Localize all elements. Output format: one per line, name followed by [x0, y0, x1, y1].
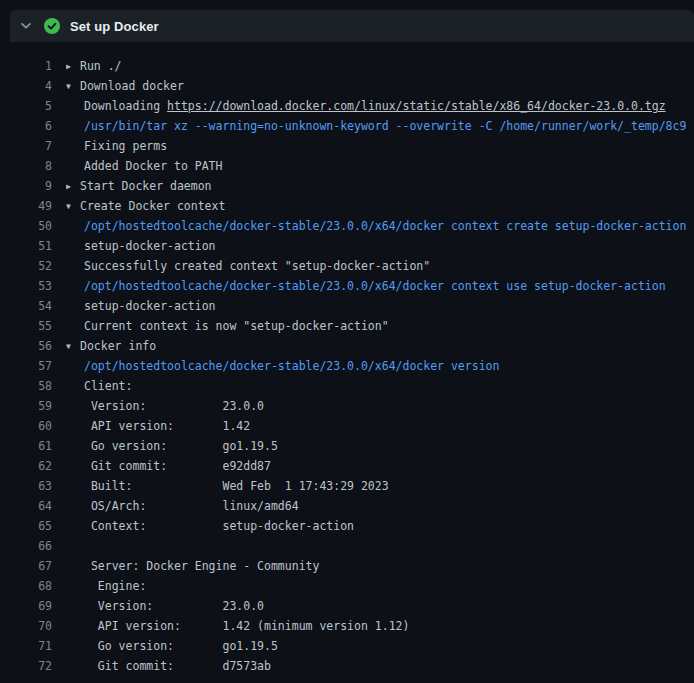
log-line-number[interactable]: 61: [10, 436, 52, 456]
log-line-content: Git commit: d7573ab: [66, 656, 694, 676]
log-line-content: Fixing perms: [66, 136, 694, 156]
log-line-number[interactable]: 52: [10, 256, 52, 276]
log-group-line[interactable]: 9 ▶Start Docker daemon: [10, 176, 694, 196]
log-line-number[interactable]: 62: [10, 456, 52, 476]
log-line-number[interactable]: 59: [10, 396, 52, 416]
log-line-content: /opt/hostedtoolcache/docker-stable/23.0.…: [66, 276, 694, 296]
log-line: 50 /opt/hostedtoolcache/docker-stable/23…: [10, 216, 694, 236]
log-line-number[interactable]: 51: [10, 236, 52, 256]
log-line-number[interactable]: 49: [10, 196, 52, 216]
log-text: Client:: [84, 379, 132, 393]
log-line-number[interactable]: 64: [10, 496, 52, 516]
log-link[interactable]: https://download.docker.com/linux/static…: [167, 99, 666, 113]
log-text: Successfully created context "setup-dock…: [84, 259, 430, 273]
log-line-number[interactable]: 1: [10, 56, 52, 76]
log-line: 5 Downloading https://download.docker.co…: [10, 96, 694, 116]
log-group-line[interactable]: 49 ▼Create Docker context: [10, 196, 694, 216]
log-text: Context: setup-docker-action: [84, 519, 354, 533]
log-group-line[interactable]: 56 ▼Docker info: [10, 336, 694, 356]
step-header[interactable]: Set up Docker: [10, 10, 694, 42]
log-line-content: Client:: [66, 376, 694, 396]
log-text: Version: 23.0.0: [84, 599, 264, 613]
log-line-content: Server: Docker Engine - Community: [66, 556, 694, 576]
log-text: Git commit: d7573ab: [84, 659, 271, 673]
chevron-down-icon[interactable]: [18, 18, 34, 34]
log-text: Docker info: [80, 339, 156, 353]
log-text: Server: Docker Engine - Community: [84, 559, 319, 573]
log-command-text: /opt/hostedtoolcache/docker-stable/23.0.…: [84, 219, 686, 233]
log-text: Downloading: [84, 99, 167, 113]
log-line-content: Built: Wed Feb 1 17:43:29 2023: [66, 476, 694, 496]
log-line: 70 API version: 1.42 (minimum version 1.…: [10, 616, 694, 636]
log-text: API version: 1.42 (minimum version 1.12): [84, 619, 409, 633]
log-line-number[interactable]: 68: [10, 576, 52, 596]
success-check-icon: [44, 18, 60, 34]
log-line-content: Downloading https://download.docker.com/…: [66, 96, 694, 116]
log-line: 67 Server: Docker Engine - Community: [10, 556, 694, 576]
collapse-arrow-icon: ▼: [66, 197, 80, 216]
log-line: 72 Git commit: d7573ab: [10, 656, 694, 676]
expand-arrow-icon: ▶: [66, 57, 80, 76]
log-line-number[interactable]: 58: [10, 376, 52, 396]
log-text: setup-docker-action: [84, 239, 216, 253]
log-text: Added Docker to PATH: [84, 159, 222, 173]
log-line: 61 Go version: go1.19.5: [10, 436, 694, 456]
log-group-line[interactable]: 4 ▼Download docker: [10, 76, 694, 96]
log-line-number[interactable]: 72: [10, 656, 52, 676]
log-line-number[interactable]: 9: [10, 176, 52, 196]
log-container: 1 ▶Run ./ 4 ▼Download docker 5 Downloadi…: [10, 42, 694, 676]
log-line-number[interactable]: 8: [10, 156, 52, 176]
step-title: Set up Docker: [70, 19, 159, 34]
log-line: 69 Version: 23.0.0: [10, 596, 694, 616]
log-line-number[interactable]: 69: [10, 596, 52, 616]
log-line-content: /opt/hostedtoolcache/docker-stable/23.0.…: [66, 216, 694, 236]
log-text: Built: Wed Feb 1 17:43:29 2023: [84, 479, 389, 493]
log-line-content: Version: 23.0.0: [66, 396, 694, 416]
log-line-number[interactable]: 6: [10, 116, 52, 136]
log-line-content: Go version: go1.19.5: [66, 636, 694, 656]
log-command-text: /opt/hostedtoolcache/docker-stable/23.0.…: [84, 359, 499, 373]
log-text: Download docker: [80, 79, 184, 93]
log-line-number[interactable]: 5: [10, 96, 52, 116]
log-line-number[interactable]: 7: [10, 136, 52, 156]
log-text: Create Docker context: [80, 199, 225, 213]
log-line-number[interactable]: 57: [10, 356, 52, 376]
log-line-number[interactable]: 71: [10, 636, 52, 656]
log-line: 55 Current context is now "setup-docker-…: [10, 316, 694, 336]
log-text: Run ./: [80, 59, 122, 73]
log-text: Go version: go1.19.5: [84, 439, 278, 453]
log-line-content: Go version: go1.19.5: [66, 436, 694, 456]
log-line-number[interactable]: 63: [10, 476, 52, 496]
log-line: 8 Added Docker to PATH: [10, 156, 694, 176]
log-line: 62 Git commit: e92dd87: [10, 456, 694, 476]
log-line-number[interactable]: 50: [10, 216, 52, 236]
log-line-number[interactable]: 55: [10, 316, 52, 336]
log-line: 66: [10, 536, 694, 556]
log-line: 63 Built: Wed Feb 1 17:43:29 2023: [10, 476, 694, 496]
log-line-number[interactable]: 66: [10, 536, 52, 556]
log-group-line[interactable]: 1 ▶Run ./: [10, 56, 694, 76]
log-line-content: Git commit: e92dd87: [66, 456, 694, 476]
log-line-number[interactable]: 54: [10, 296, 52, 316]
log-line: 65 Context: setup-docker-action: [10, 516, 694, 536]
log-line: 57 /opt/hostedtoolcache/docker-stable/23…: [10, 356, 694, 376]
log-line-number[interactable]: 65: [10, 516, 52, 536]
log-text: Version: 23.0.0: [84, 399, 264, 413]
log-line-number[interactable]: 56: [10, 336, 52, 356]
log-text: Current context is now "setup-docker-act…: [84, 319, 389, 333]
log-line: 6 /usr/bin/tar xz --warning=no-unknown-k…: [10, 116, 694, 136]
log-line-content: ▼Download docker: [66, 76, 694, 96]
log-text: Engine:: [84, 579, 146, 593]
log-line-number[interactable]: 53: [10, 276, 52, 296]
log-line-number[interactable]: 67: [10, 556, 52, 576]
log-line-content: [66, 536, 694, 556]
log-line-content: /opt/hostedtoolcache/docker-stable/23.0.…: [66, 356, 694, 376]
log-line-number[interactable]: 4: [10, 76, 52, 96]
log-line-content: setup-docker-action: [66, 296, 694, 316]
log-line-number[interactable]: 60: [10, 416, 52, 436]
log-line-content: setup-docker-action: [66, 236, 694, 256]
log-line-content: ▶Start Docker daemon: [66, 176, 694, 196]
log-line: 53 /opt/hostedtoolcache/docker-stable/23…: [10, 276, 694, 296]
log-line-number[interactable]: 70: [10, 616, 52, 636]
log-command-text: /usr/bin/tar xz --warning=no-unknown-key…: [84, 119, 686, 133]
